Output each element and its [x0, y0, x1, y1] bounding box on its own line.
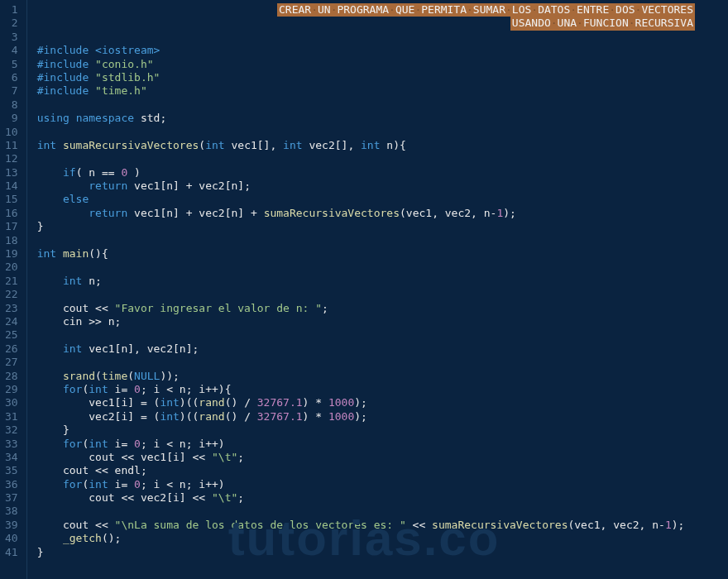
token-hdr-sys: <iostream>	[95, 44, 160, 57]
code-editor[interactable]: 1234567891011121314151617181920212223242…	[0, 0, 728, 579]
code-line[interactable]	[37, 126, 728, 139]
code-line[interactable]: #include <iostream>	[37, 44, 728, 57]
code-line[interactable]	[37, 356, 728, 369]
line-number: 22	[5, 288, 18, 301]
token-op: (	[82, 478, 89, 491]
token-op: ;	[237, 491, 244, 505]
code-line[interactable]	[37, 261, 728, 274]
code-line[interactable]	[37, 152, 728, 165]
code-line[interactable]: return vec1[n] + vec2[n];	[37, 179, 728, 193]
code-line[interactable]: int sumaRecursivaVectores(int vec1[], in…	[37, 139, 728, 152]
line-number: 3	[5, 31, 18, 44]
code-line[interactable]: vec2[i] = (int)((rand() / 32767.1) * 100…	[37, 410, 728, 423]
code-line[interactable]: #include "conio.h"	[37, 58, 728, 71]
token-kw: using	[37, 112, 69, 125]
token-op: ();	[102, 532, 121, 545]
line-number: 9	[5, 112, 18, 125]
token-num: 1000	[328, 410, 354, 423]
code-line[interactable]: cout << vec2[i] << "\t";	[37, 491, 728, 505]
token-id: }	[37, 423, 69, 437]
code-line[interactable]	[37, 234, 728, 247]
token-id: cout << endl;	[37, 464, 147, 477]
token-kw: int	[63, 342, 82, 356]
token-fn: rand	[199, 396, 224, 409]
token-str: "Favor ingresar el valor de n: "	[115, 302, 322, 315]
token-id: vec2[],	[303, 139, 361, 152]
token-id	[37, 370, 63, 383]
token-op: (	[127, 370, 134, 383]
token-id: vec1[i] = (	[37, 396, 160, 409]
token-num: 0	[134, 438, 141, 451]
code-line[interactable]: return vec1[n] + vec2[n] + sumaRecursiva…	[37, 207, 728, 220]
token-op: ;	[322, 302, 328, 315]
token-id: vec2[i] = (	[37, 410, 160, 423]
token-id	[37, 532, 63, 545]
token-str: "\t"	[212, 491, 237, 505]
code-line[interactable]: for(int i= 0; i < n; i++)	[37, 478, 728, 491]
code-line[interactable]: int n;	[37, 275, 728, 288]
token-id: n;	[82, 275, 101, 288]
code-line[interactable]: cout << vec1[i] << "\t";	[37, 451, 728, 464]
code-line[interactable]	[37, 328, 728, 342]
line-number: 21	[5, 275, 18, 288]
code-line[interactable]: for(int i= 0; i < n; i++)	[37, 438, 728, 451]
line-number: 7	[5, 84, 18, 98]
code-line[interactable]: cout << "Favor ingresar el valor de n: "…	[37, 302, 728, 315]
code-line[interactable]: }	[37, 220, 728, 233]
code-line[interactable]: #include "time.h"	[37, 84, 728, 98]
token-id	[69, 112, 76, 125]
token-op: (	[95, 370, 102, 383]
token-id: std;	[134, 112, 166, 125]
token-kw: int	[283, 139, 302, 152]
token-num: 1	[496, 207, 503, 220]
code-line[interactable]: int vec1[n], vec2[n];	[37, 342, 728, 356]
code-line[interactable]: else	[37, 193, 728, 206]
line-number: 4	[5, 44, 18, 57]
code-line[interactable]: if( n == 0 )	[37, 166, 728, 179]
code-line[interactable]: }	[37, 546, 728, 559]
code-area[interactable]: CREAR·UN·PROGRAMA·QUE·PERMITA·SUMAR·LOS·…	[27, 0, 728, 579]
code-line[interactable]: #include "stdlib.h"	[37, 71, 728, 84]
token-fn: time	[102, 370, 127, 383]
token-id	[37, 275, 63, 288]
code-line[interactable]: for(int i= 0; i < n; i++){	[37, 383, 728, 396]
token-kw: int	[361, 139, 380, 152]
token-id	[37, 207, 89, 220]
token-op: ; i < n; i++)	[141, 438, 225, 451]
code-line[interactable]: srand(time(NULL));	[37, 370, 728, 383]
code-line[interactable]: cout << endl;	[37, 464, 728, 477]
code-line[interactable]	[37, 98, 728, 112]
token-pre: #include	[37, 58, 95, 71]
token-fn: main	[63, 247, 89, 261]
code-line[interactable]: cout << "\nLa suma de los datos de los v…	[37, 519, 728, 532]
code-line[interactable]: USANDO·UNA·FUNCION·RECURSIVA	[37, 17, 728, 30]
line-number: 35	[5, 464, 18, 477]
token-id	[37, 166, 63, 179]
token-op: ) *	[303, 410, 328, 423]
token-num: 0	[134, 478, 141, 491]
code-line[interactable]: using namespace std;	[37, 112, 728, 125]
code-line[interactable]: }	[37, 423, 728, 437]
token-kw: int	[205, 139, 224, 152]
code-line[interactable]: vec1[i] = (int)((rand() / 32767.1) * 100…	[37, 396, 728, 409]
line-number: 5	[5, 58, 18, 71]
token-kw: else	[63, 193, 89, 206]
token-num: 0	[134, 383, 141, 396]
token-id	[37, 342, 63, 356]
code-line[interactable]: int main(){	[37, 247, 728, 261]
token-str: "\t"	[212, 451, 237, 464]
code-line[interactable]: cin >> n;	[37, 315, 728, 328]
code-line[interactable]: _getch();	[37, 532, 728, 545]
code-line[interactable]: CREAR·UN·PROGRAMA·QUE·PERMITA·SUMAR·LOS·…	[37, 3, 728, 17]
token-num: 1	[665, 519, 672, 532]
code-line[interactable]	[37, 505, 728, 518]
token-op: ; i < n; i++){	[141, 383, 232, 396]
line-number: 36	[5, 478, 18, 491]
token-fn: sumaRecursivaVectores	[264, 207, 400, 220]
token-hdr-str: "stdlib.h"	[95, 71, 160, 84]
token-id: n){	[381, 139, 406, 152]
token-fn: sumaRecursivaVectores	[432, 519, 568, 532]
token-id	[37, 478, 63, 491]
code-line[interactable]	[37, 288, 728, 301]
code-line[interactable]	[37, 31, 728, 44]
